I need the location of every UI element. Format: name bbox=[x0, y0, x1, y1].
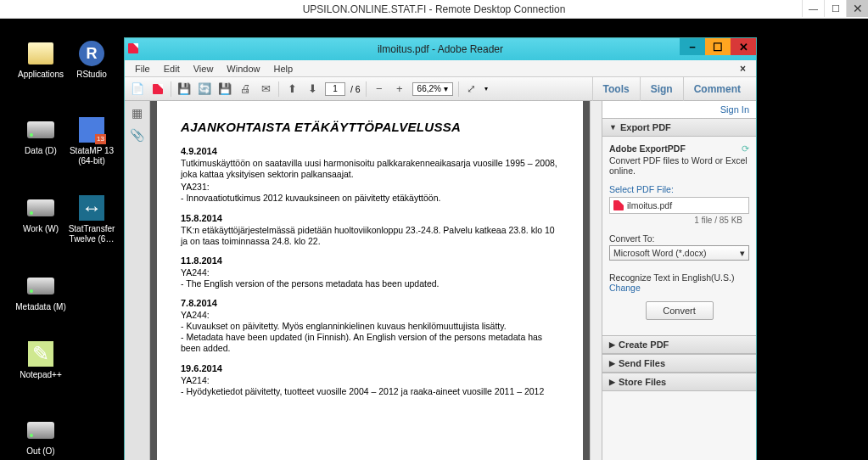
menu-window[interactable]: Window bbox=[220, 62, 266, 76]
st-icon: ↔ bbox=[76, 194, 107, 222]
rdp-title-text: UPSILON.ONLINE.STAT.FI - Remote Desktop … bbox=[303, 3, 566, 15]
recognize-text-label: Recognize Text in English(U.S.) bbox=[609, 272, 749, 283]
save-icon[interactable]: 💾 bbox=[176, 81, 192, 97]
doc-date: 4.9.2014 bbox=[181, 146, 559, 156]
fit-icon[interactable]: ⤢ bbox=[464, 81, 479, 97]
zoom-in-icon[interactable]: + bbox=[392, 81, 407, 97]
change-link[interactable]: Change bbox=[609, 283, 749, 293]
menu-help[interactable]: Help bbox=[266, 62, 300, 76]
drive-icon bbox=[25, 416, 56, 445]
reader-toolbar: 📄 💾 🔄 💾 🖨 ✉ ⬆ ⬇ / 6 − + 66,2% ▾ ⤢ ▾ Tool… bbox=[125, 77, 756, 101]
tab-tools[interactable]: Tools bbox=[592, 77, 640, 101]
desktop-icon[interactable]: Work (W) bbox=[15, 194, 66, 234]
print-icon[interactable]: 🖨 bbox=[238, 81, 253, 97]
page-number-input[interactable] bbox=[325, 82, 345, 96]
folder-icon bbox=[25, 39, 56, 68]
document-viewport[interactable]: AJANKOHTAISTA ETÄKÄYTTÖPALVELUSSA 4.9.20… bbox=[150, 101, 590, 460]
icon-label: Data (D) bbox=[15, 146, 66, 156]
doc-text: TK:n etäkäyttöjärjestelmässä pidetään hu… bbox=[181, 225, 559, 247]
desktop-icon[interactable]: 13StataMP 13 (64-bit) bbox=[66, 115, 117, 166]
doc-text: YA244: - The English version of the pers… bbox=[181, 267, 559, 289]
rdp-titlebar: UPSILON.ONLINE.STAT.FI - Remote Desktop … bbox=[0, 0, 868, 19]
rdp-window-controls: — ☐ ✕ bbox=[802, 0, 868, 17]
reader-maximize-button[interactable]: ☐ bbox=[705, 38, 731, 55]
page-up-icon[interactable]: ⬆ bbox=[284, 81, 300, 97]
drive-icon bbox=[25, 272, 56, 300]
pdf-page: AJANKOHTAISTA ETÄKÄYTTÖPALVELUSSA 4.9.20… bbox=[157, 101, 583, 460]
desktop-icon[interactable]: RRStudio bbox=[66, 39, 117, 80]
doc-text: YA244: - Kuvaukset on päivitetty. Myös e… bbox=[181, 310, 559, 355]
reader-titlebar[interactable]: ilmoitus.pdf - Adobe Reader − ☐ ✕ bbox=[125, 38, 756, 60]
tab-sign[interactable]: Sign bbox=[640, 77, 683, 101]
reader-minimize-button[interactable]: − bbox=[680, 38, 705, 55]
icon-label: StataMP 13 (64-bit) bbox=[66, 146, 117, 166]
reader-sidebar: ▦ 📎 bbox=[125, 101, 150, 460]
icon-label: Work (W) bbox=[15, 224, 66, 234]
r-icon: R bbox=[76, 39, 107, 68]
selected-file[interactable]: ilmoitus.pdf bbox=[609, 197, 749, 214]
tools-panel: Sign In ▼Export PDF Adobe ExportPDF⟳ Con… bbox=[602, 101, 756, 460]
convert-icon[interactable]: 🔄 bbox=[197, 81, 212, 97]
chevron-down-icon: ▾ bbox=[740, 248, 745, 258]
doc-heading: AJANKOHTAISTA ETÄKÄYTTÖPALVELUSSA bbox=[181, 120, 559, 134]
drive-icon bbox=[25, 115, 56, 144]
thumbnails-icon[interactable]: ▦ bbox=[132, 106, 143, 120]
convert-format-select[interactable]: Microsoft Word (*.docx)▾ bbox=[609, 245, 749, 261]
maximize-button[interactable]: ☐ bbox=[824, 0, 846, 17]
doc-date: 7.8.2014 bbox=[181, 298, 559, 308]
icon-label: Metadata (M) bbox=[15, 302, 66, 312]
cloud-icon[interactable]: ⟳ bbox=[742, 143, 749, 154]
create-pdf-icon[interactable] bbox=[150, 81, 165, 97]
reader-window-controls: − ☐ ✕ bbox=[680, 38, 756, 55]
zoom-out-icon[interactable]: − bbox=[372, 81, 387, 97]
desktop-icon[interactable]: Data (D) bbox=[15, 115, 66, 156]
menu-edit[interactable]: Edit bbox=[157, 62, 187, 76]
doc-text: YA231: - Innovaatiotutkimus 2012 kuvauks… bbox=[181, 182, 559, 204]
pdf-file-icon bbox=[613, 200, 624, 210]
reader-inner-close-button[interactable]: × bbox=[733, 61, 753, 76]
icon-label: Notepad++ bbox=[15, 370, 66, 380]
convert-button[interactable]: Convert bbox=[646, 301, 714, 320]
export-subtitle: Convert PDF files to Word or Excel onlin… bbox=[609, 155, 749, 176]
menu-file[interactable]: File bbox=[128, 62, 157, 76]
icon-label: StatTransfer Twelve (6… bbox=[66, 224, 117, 244]
tab-comment[interactable]: Comment bbox=[683, 77, 751, 101]
desktop-icon[interactable]: Out (O) bbox=[15, 416, 66, 457]
pdf-icon bbox=[128, 43, 138, 56]
doc-date: 11.8.2014 bbox=[181, 255, 559, 266]
doc-date: 19.6.2014 bbox=[181, 363, 559, 373]
doc-text: Tutkimuskäyttöön on saatavilla uusi harm… bbox=[181, 158, 559, 180]
close-button[interactable]: ✕ bbox=[846, 0, 868, 17]
export-title: Adobe ExportPDF bbox=[609, 143, 686, 154]
icon-label: RStudio bbox=[66, 70, 117, 80]
mail-icon[interactable]: ✉ bbox=[258, 81, 273, 97]
stata-icon: 13 bbox=[76, 115, 107, 144]
minimize-button[interactable]: — bbox=[802, 0, 824, 17]
npp-icon: ✎ bbox=[25, 339, 56, 368]
convert-to-label: Convert To: bbox=[609, 233, 749, 244]
desktop-icon[interactable]: Applications bbox=[15, 39, 66, 80]
vertical-scrollbar[interactable] bbox=[590, 101, 602, 460]
reader-close-button[interactable]: ✕ bbox=[731, 38, 756, 55]
save2-icon[interactable]: 💾 bbox=[217, 81, 232, 97]
store-files-header[interactable]: ▶Store Files bbox=[602, 373, 756, 391]
sign-in-link[interactable]: Sign In bbox=[602, 101, 756, 118]
doc-date: 15.8.2014 bbox=[181, 213, 559, 223]
desktop-icon[interactable]: Metadata (M) bbox=[15, 272, 66, 312]
menu-view[interactable]: View bbox=[187, 62, 221, 76]
desktop-icon[interactable]: ✎Notepad++ bbox=[15, 339, 66, 380]
zoom-level[interactable]: 66,2% ▾ bbox=[412, 82, 453, 96]
create-pdf-header[interactable]: ▶Create PDF bbox=[602, 335, 756, 354]
reader-title: ilmoitus.pdf - Adobe Reader bbox=[378, 43, 503, 55]
send-files-header[interactable]: ▶Send Files bbox=[602, 354, 756, 373]
export-pdf-header[interactable]: ▼Export PDF bbox=[602, 118, 756, 137]
icon-label: Applications bbox=[15, 70, 66, 80]
desktop-icon[interactable]: ↔StatTransfer Twelve (6… bbox=[66, 194, 117, 244]
page-down-icon[interactable]: ⬇ bbox=[305, 81, 320, 97]
adobe-reader-window: ilmoitus.pdf - Adobe Reader − ☐ ✕ File E… bbox=[124, 37, 757, 460]
file-size: 1 file / 85 KB bbox=[609, 214, 749, 225]
attachments-icon[interactable]: 📎 bbox=[130, 128, 144, 142]
reader-menubar: File Edit View Window Help × bbox=[125, 60, 756, 77]
remote-desktop[interactable]: ilmoitus.pdf - Adobe Reader − ☐ ✕ File E… bbox=[0, 19, 868, 460]
open-icon[interactable]: 📄 bbox=[130, 81, 145, 97]
